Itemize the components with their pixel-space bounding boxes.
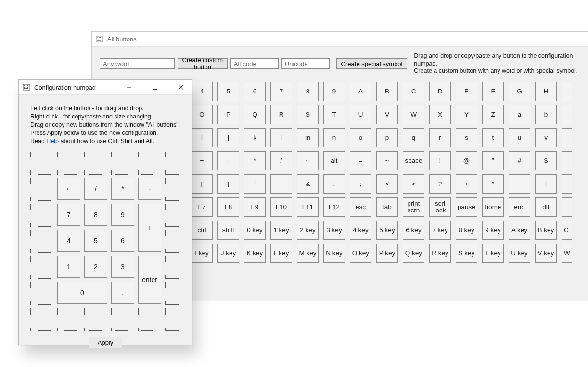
numpad-star-button[interactable]: * [111,178,134,200]
numpad-empty-slot[interactable] [138,152,160,175]
key-button[interactable]: ctrl [191,221,213,240]
key-button[interactable]: L key [270,244,292,263]
key-button[interactable]: + [191,151,213,170]
key-button[interactable]: [ [191,174,213,194]
key-button[interactable]: W [403,105,424,124]
key-button[interactable]: F12 [323,197,345,217]
any-word-input[interactable] [100,58,175,69]
key-button[interactable]: v [535,128,557,147]
key-button[interactable]: 6 key [403,221,424,240]
key-button[interactable]: r [429,128,451,147]
key-button[interactable]: / [270,151,292,170]
numpad-4-button[interactable]: 4 [57,230,80,252]
minimize-button[interactable] [562,32,584,47]
key-button-partial[interactable] [562,174,572,194]
key-button[interactable]: A key [509,221,530,240]
key-button[interactable]: 5 key [376,221,398,240]
numpad-layout[interactable]: ←/*-789+456123enter0. [30,152,192,331]
key-button[interactable]: - [217,151,239,170]
key-button[interactable]: * [244,151,266,170]
key-button[interactable]: 8 key [456,221,477,240]
key-button-partial[interactable]: C [562,221,572,240]
key-button[interactable]: k [244,128,266,147]
key-button[interactable]: esc [350,197,371,217]
key-button[interactable]: F11 [297,197,319,217]
key-button[interactable]: J key [217,244,239,263]
numpad-2-button[interactable]: 2 [84,256,107,278]
maximize-button[interactable] [144,80,166,95]
numpad-9-button[interactable]: 9 [111,204,134,226]
key-button[interactable]: scrl lock [429,197,451,217]
key-button[interactable]: F8 [217,197,239,217]
key-button[interactable]: V key [535,244,557,263]
key-button[interactable]: n [323,128,345,147]
numpad-empty-slot[interactable] [165,282,187,305]
key-button[interactable]: P [217,105,239,124]
key-button[interactable]: N key [323,244,345,263]
numpad-empty-slot[interactable] [30,282,52,305]
key-button[interactable]: ~ [376,151,398,170]
key-button[interactable]: T key [482,244,504,263]
key-button[interactable]: I key [191,244,213,263]
key-button[interactable]: < [376,174,398,194]
key-button[interactable]: A [350,82,371,101]
key-button[interactable]: T [323,105,345,124]
key-button[interactable]: 7 [270,82,292,101]
key-button[interactable]: l [270,128,292,147]
key-button-partial[interactable] [562,128,572,147]
key-button[interactable]: P key [376,244,398,263]
numpad-empty-slot[interactable] [165,178,187,201]
help-link[interactable]: Help [46,138,59,144]
numpad-empty-slot[interactable] [30,152,52,175]
key-button[interactable]: o [350,128,371,147]
key-button[interactable]: 8 [297,82,319,101]
numpad-6-button[interactable]: 6 [111,230,134,252]
key-button[interactable]: Z [482,105,504,124]
numpad-back-button[interactable]: ← [57,178,80,200]
unicode-input[interactable] [281,58,330,69]
numpad-empty-slot[interactable] [57,308,79,331]
key-button[interactable]: R key [429,244,451,263]
key-button-partial[interactable] [562,82,572,101]
key-button[interactable]: 4 key [350,221,371,240]
key-button[interactable]: ← [297,151,319,170]
numpad-empty-slot[interactable] [138,308,160,331]
alt-code-input[interactable] [230,58,279,69]
key-button[interactable]: _ [509,174,530,194]
key-button[interactable]: print scrn [403,197,424,217]
key-button[interactable]: ? [429,174,451,194]
key-button[interactable]: U [350,105,371,124]
key-button-partial[interactable] [562,151,572,170]
numpad-1-button[interactable]: 1 [57,256,80,278]
numpad-plus-button[interactable]: + [138,204,161,252]
key-button[interactable]: ; [350,174,371,194]
minimize-button[interactable] [118,80,140,95]
key-button[interactable]: dlt [535,197,557,217]
key-button[interactable]: | [535,174,557,194]
apply-button[interactable]: Apply [89,337,122,348]
config-titlebar[interactable]: Configuration numpad [19,80,192,95]
key-button[interactable]: # [509,151,530,170]
key-button[interactable]: S [297,105,319,124]
key-button[interactable]: 0 key [244,221,266,240]
key-button[interactable]: F9 [244,197,266,217]
key-button[interactable]: S key [456,244,477,263]
key-button[interactable]: > [403,174,424,194]
key-button[interactable]: M key [297,244,319,263]
key-button[interactable]: i [191,128,213,147]
key-button[interactable]: j [217,128,239,147]
key-button[interactable]: t [482,128,504,147]
key-button[interactable]: end [509,197,530,217]
key-button-partial[interactable] [562,105,572,124]
numpad-8-button[interactable]: 8 [84,204,107,226]
key-button[interactable]: tab [376,197,398,217]
key-button-partial[interactable] [562,197,572,217]
key-button[interactable]: Y [456,105,477,124]
key-button[interactable]: 2 key [297,221,319,240]
numpad-minus-button[interactable]: - [138,178,161,200]
key-button[interactable]: 7 key [429,221,451,240]
key-button[interactable]: C [403,82,424,101]
key-button[interactable]: Q key [403,244,424,263]
key-button[interactable]: E [456,82,477,101]
key-button[interactable]: 5 [217,82,239,101]
